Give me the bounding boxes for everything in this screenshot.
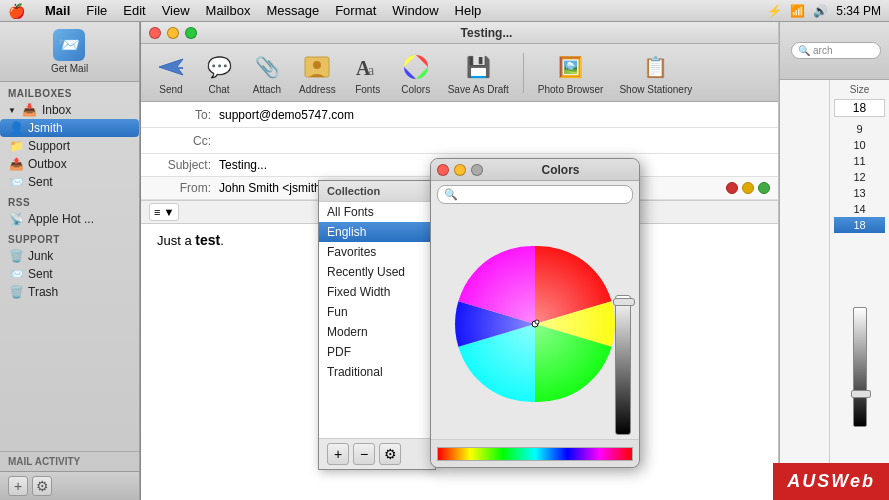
font-item-fixed-width[interactable]: Fixed Width <box>319 282 435 302</box>
maximize-button[interactable] <box>185 27 197 39</box>
sidebar-item-sent[interactable]: 📨 Sent <box>0 173 139 191</box>
color-wheel[interactable] <box>455 244 615 404</box>
apple-hot-label: Apple Hot ... <box>28 212 94 226</box>
menu-edit[interactable]: Edit <box>115 3 153 18</box>
settings-collection-button[interactable]: ⚙ <box>379 443 401 465</box>
compose-titlebar: Testing... <box>141 22 778 44</box>
brightness-handle[interactable] <box>613 298 635 306</box>
size-item-11[interactable]: 11 <box>834 153 885 169</box>
colors-search-input[interactable] <box>461 189 626 201</box>
mail-activity-footer: MAIL ACTIVITY <box>0 451 139 471</box>
wifi-icon: 📶 <box>790 4 805 18</box>
junk-icon: 🗑️ <box>8 249 24 263</box>
stationery-label: Show Stationery <box>619 84 692 95</box>
fonts-button[interactable]: A a Fonts <box>346 47 390 99</box>
stationery-icon: 📋 <box>640 51 672 83</box>
cc-label: Cc: <box>149 134 219 148</box>
font-item-fun[interactable]: Fun <box>319 302 435 322</box>
font-item-favorites[interactable]: Favorites <box>319 242 435 262</box>
sidebar-item-jsmith[interactable]: 👤 Jsmith <box>0 119 139 137</box>
font-item-english[interactable]: English <box>319 222 435 242</box>
sidebar-item-trash[interactable]: 🗑️ Trash <box>0 283 139 301</box>
size-item-14[interactable]: 14 <box>834 201 885 217</box>
rss-section-header: RSS <box>0 191 139 210</box>
remove-collection-button[interactable]: − <box>353 443 375 465</box>
sidebar-add-bar: + ⚙ <box>0 471 139 500</box>
from-close-btn[interactable] <box>726 182 738 194</box>
menu-mailbox[interactable]: Mailbox <box>198 3 259 18</box>
font-item-all[interactable]: All Fonts <box>319 202 435 222</box>
search-bar[interactable]: 🔍 arch <box>791 42 881 59</box>
colors-button[interactable]: Colors <box>394 47 438 99</box>
size-item-9[interactable]: 9 <box>834 121 885 137</box>
time-display: 5:34 PM <box>836 4 881 18</box>
get-mail-button[interactable]: 📨 Get Mail <box>51 29 88 74</box>
add-mailbox-button[interactable]: + <box>8 476 28 496</box>
sidebar-item-inbox[interactable]: ▼ 📥 Inbox <box>0 101 139 119</box>
compose-toolbar: Send 💬 Chat 📎 Attach Address <box>141 44 778 102</box>
font-item-traditional[interactable]: Traditional <box>319 362 435 382</box>
font-item-recently-used[interactable]: Recently Used <box>319 262 435 282</box>
format-menu-button[interactable]: ≡ ▼ <box>149 203 179 221</box>
sidebar-item-outbox[interactable]: 📤 Outbox <box>0 155 139 173</box>
size-item-13[interactable]: 13 <box>834 185 885 201</box>
menu-format[interactable]: Format <box>327 3 384 18</box>
chat-icon: 💬 <box>203 51 235 83</box>
photo-browser-button[interactable]: 🖼️ Photo Browser <box>532 47 610 99</box>
brightness-slider[interactable] <box>615 295 631 435</box>
trash-label: Trash <box>28 285 58 299</box>
menu-message[interactable]: Message <box>258 3 327 18</box>
close-button[interactable] <box>149 27 161 39</box>
outbox-label: Outbox <box>28 157 67 171</box>
colors-minimize-button[interactable] <box>454 164 466 176</box>
minimize-button[interactable] <box>167 27 179 39</box>
add-collection-button[interactable]: + <box>327 443 349 465</box>
sidebar-item-support[interactable]: 📁 Support <box>0 137 139 155</box>
size-label: Size <box>850 84 869 95</box>
size-item-18[interactable]: 18 <box>834 217 885 233</box>
size-item-10[interactable]: 10 <box>834 137 885 153</box>
menu-view[interactable]: View <box>154 3 198 18</box>
inbox-triangle-icon: ▼ <box>8 106 16 115</box>
menu-window[interactable]: Window <box>384 3 446 18</box>
address-label: Address <box>299 84 336 95</box>
collection-list: All Fonts English Favorites Recently Use… <box>319 202 435 438</box>
send-button[interactable]: Send <box>149 47 193 99</box>
address-icon <box>301 51 333 83</box>
from-minimize-btn[interactable] <box>742 182 754 194</box>
chat-button[interactable]: 💬 Chat <box>197 47 241 99</box>
menu-bar-right: ⚡ 📶 🔊 5:34 PM <box>767 4 881 18</box>
toolbar-separator <box>523 53 524 93</box>
menu-file[interactable]: File <box>78 3 115 18</box>
menu-mail[interactable]: Mail <box>37 3 78 18</box>
sidebar-item-sent2[interactable]: 📨 Sent <box>0 265 139 283</box>
from-maximize-btn[interactable] <box>758 182 770 194</box>
address-button[interactable]: Address <box>293 47 342 99</box>
size-item-12[interactable]: 12 <box>834 169 885 185</box>
save-draft-icon: 💾 <box>462 51 494 83</box>
font-item-modern[interactable]: Modern <box>319 322 435 342</box>
show-stationery-button[interactable]: 📋 Show Stationery <box>613 47 698 99</box>
colors-maximize-button[interactable] <box>471 164 483 176</box>
menu-help[interactable]: Help <box>447 3 490 18</box>
bluetooth-icon: ⚡ <box>767 4 782 18</box>
body-bold-text: test <box>195 232 220 248</box>
apple-menu[interactable]: 🍎 <box>8 3 25 19</box>
settings-button[interactable]: ⚙ <box>32 476 52 496</box>
fonts-label: Fonts <box>355 84 380 95</box>
attach-button[interactable]: 📎 Attach <box>245 47 289 99</box>
size-input[interactable] <box>834 99 885 117</box>
save-as-draft-button[interactable]: 💾 Save As Draft <box>442 47 515 99</box>
cc-input[interactable] <box>219 134 770 148</box>
sidebar-item-apple-hot[interactable]: 📡 Apple Hot ... <box>0 210 139 228</box>
colors-search-icon: 🔍 <box>444 188 458 201</box>
size-slider-handle[interactable] <box>851 390 871 398</box>
font-item-pdf[interactable]: PDF <box>319 342 435 362</box>
to-label: To: <box>149 108 219 122</box>
to-input[interactable] <box>219 108 770 122</box>
color-swatch-bar <box>437 447 633 461</box>
jsmith-label: Jsmith <box>28 121 63 135</box>
sidebar-item-junk[interactable]: 🗑️ Junk <box>0 247 139 265</box>
ausweb-watermark: AUSWeb <box>773 463 889 500</box>
colors-close-button[interactable] <box>437 164 449 176</box>
